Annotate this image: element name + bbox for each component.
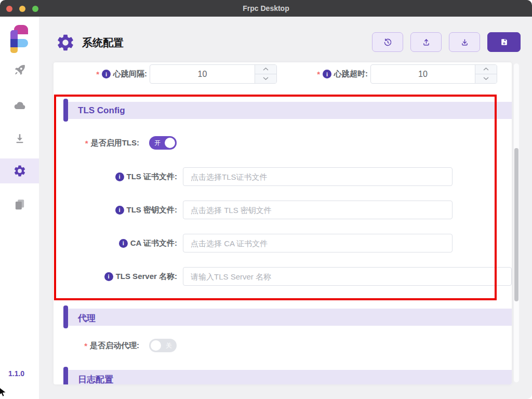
sidebar-item-settings[interactable] [0, 158, 39, 183]
stepper-down-button[interactable] [475, 74, 497, 84]
info-icon[interactable]: i [115, 172, 124, 181]
heartbeat-timeout-stepper [475, 65, 497, 83]
tls-key-label: i TLS 密钥文件: [64, 201, 177, 219]
heartbeat-timeout-input [370, 64, 497, 84]
sidebar-item-config-copy[interactable] [0, 192, 39, 217]
ca-cert-input [183, 234, 453, 252]
tls-cert-input [183, 167, 453, 186]
tls-cert-field[interactable] [183, 168, 452, 185]
history-icon [383, 38, 392, 47]
config-form-panel: * i 心跳间隔: * i 心跳超时: [54, 62, 512, 384]
window-title: Frpc Desktop [0, 4, 532, 12]
export-button[interactable] [449, 32, 480, 52]
scrollbar-thumb[interactable] [514, 148, 518, 301]
tls-server-name-input [183, 267, 512, 286]
stepper-up-button[interactable] [255, 65, 276, 74]
rocket-icon [13, 63, 26, 77]
save-icon [500, 38, 509, 47]
tls-key-input [183, 201, 453, 219]
gear-icon [13, 164, 26, 178]
import-button[interactable] [410, 32, 442, 52]
copy-icon [13, 198, 26, 211]
info-icon[interactable]: i [102, 70, 111, 78]
required-asterisk: * [317, 70, 320, 78]
page-title: 系统配置 [82, 36, 124, 50]
save-button[interactable] [487, 32, 521, 52]
sidebar: 1.1.0 [0, 17, 39, 399]
mouse-cursor [0, 387, 7, 398]
download-icon [460, 38, 469, 47]
tls-section-band [66, 102, 512, 119]
ca-cert-label: i CA 证书文件: [64, 234, 177, 252]
chevron-up-icon [263, 68, 269, 71]
required-asterisk: * [85, 139, 88, 148]
titlebar: Frpc Desktop [0, 0, 532, 17]
info-icon[interactable]: i [323, 70, 331, 78]
toggle-knob [151, 340, 161, 351]
download-icon [13, 132, 26, 145]
frpc-logo [9, 25, 31, 53]
tls-section-bar [63, 99, 68, 122]
info-icon[interactable]: i [119, 239, 128, 248]
upload-icon [422, 38, 431, 47]
info-icon[interactable]: i [104, 272, 113, 281]
heartbeat-interval-stepper [255, 65, 276, 83]
tls-cert-label: i TLS 证书文件: [64, 167, 177, 186]
tls-enable-toggle[interactable]: 开 [149, 136, 177, 150]
required-asterisk: * [84, 341, 87, 350]
chevron-up-icon [483, 68, 489, 71]
page-gear-icon [56, 33, 75, 52]
stepper-up-button[interactable] [475, 65, 497, 74]
history-button[interactable] [372, 32, 403, 52]
proxy-section-bar [63, 305, 68, 328]
log-section-bar [63, 367, 68, 384]
proxy-enable-toggle[interactable]: 关 [149, 339, 177, 352]
tls-enable-label: * 是否启用TLS: [64, 136, 139, 150]
app-version: 1.1.0 [8, 369, 24, 378]
proxy-section-title: 代理 [78, 312, 96, 324]
chevron-down-icon [483, 77, 489, 80]
toggle-knob [165, 138, 175, 148]
chevron-down-icon [263, 77, 269, 80]
proxy-section-band [66, 309, 512, 326]
stepper-down-button[interactable] [255, 74, 276, 84]
sidebar-item-download[interactable] [0, 126, 39, 151]
ca-cert-field[interactable] [183, 234, 452, 252]
tls-server-name-field[interactable] [183, 268, 511, 285]
tls-key-field[interactable] [183, 201, 452, 219]
proxy-enable-label: * 是否启动代理: [64, 339, 139, 352]
toggle-on-text: 开 [154, 139, 161, 147]
toggle-off-text: 关 [166, 342, 172, 349]
sidebar-item-launch[interactable] [0, 58, 39, 83]
info-icon[interactable]: i [115, 206, 124, 215]
required-asterisk: * [96, 70, 99, 78]
heartbeat-interval-input [150, 64, 277, 84]
log-section-title: 日志配置 [78, 374, 113, 384]
tls-server-name-label: i TLS Server 名称: [64, 267, 177, 286]
cloud-icon [13, 99, 26, 112]
heartbeat-interval-label: * i 心跳间隔: [64, 64, 147, 84]
heartbeat-timeout-label: * i 心跳超时: [290, 64, 368, 84]
tls-section-title: TLS Config [78, 105, 125, 116]
log-section-band [66, 370, 512, 384]
app-window: Frpc Desktop [0, 0, 532, 399]
sidebar-item-server[interactable] [0, 93, 39, 118]
